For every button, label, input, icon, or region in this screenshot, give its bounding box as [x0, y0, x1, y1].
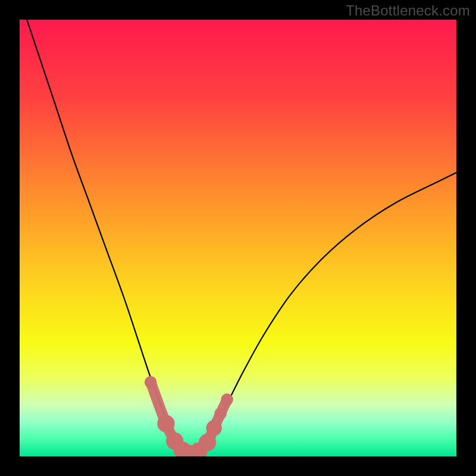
chart-frame: TheBottleneck.com: [0, 0, 476, 476]
highlight-dot: [221, 393, 233, 406]
highlight-dot: [157, 415, 174, 432]
highlight-dot: [199, 434, 216, 451]
plot-area: [20, 20, 456, 456]
chart-background: [20, 20, 456, 456]
highlight-dot: [145, 376, 157, 389]
highlight-dot: [214, 408, 227, 420]
chart-svg: [20, 20, 456, 456]
watermark-text: TheBottleneck.com: [346, 2, 470, 19]
highlight-dot: [206, 420, 221, 436]
